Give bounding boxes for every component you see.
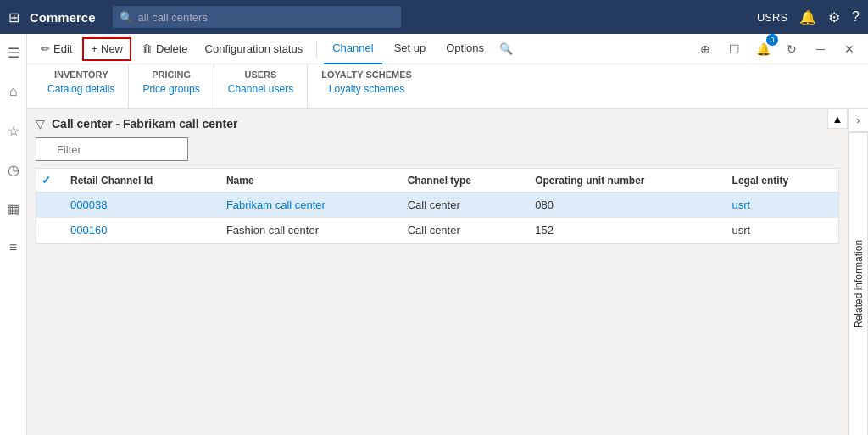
filter-wrapper: 🔍	[36, 137, 188, 161]
main-layout: ☰ ⌂ ☆ ◷ ▦ ≡ ✏ Edit + New 🗑 Delete Config…	[0, 34, 868, 435]
page-content: ▲ ▽ Call center - Fabrikam call center 🔍	[27, 109, 868, 435]
table-row[interactable]: 000038 Fabrikam call center Call center …	[36, 192, 838, 218]
app-title: Commerce	[30, 10, 96, 25]
section-title: Call center - Fabrikam call center	[52, 117, 237, 131]
sub-group-pricing: Pricing Price groups	[129, 64, 214, 108]
global-search-bar[interactable]: 🔍	[113, 6, 401, 28]
row2-check	[36, 218, 60, 243]
sidebar-star-icon[interactable]: ☆	[2, 119, 25, 142]
search-icon: 🔍	[120, 11, 133, 24]
tab-options[interactable]: Options	[437, 34, 492, 64]
minimize-icon[interactable]: ─	[809, 37, 832, 61]
right-panel: › Related information	[848, 109, 868, 435]
sub-group-inventory-items: Catalog details	[47, 83, 114, 95]
table-section: ▽ Call center - Fabrikam call center 🔍	[27, 109, 848, 435]
check-column-header: ✓	[36, 169, 60, 192]
sub-group-users: Users Channel users	[214, 64, 308, 108]
row2-channel-type: Call center	[398, 218, 526, 243]
new-plus-icon: +	[91, 42, 97, 55]
row2-operating-unit: 152	[525, 218, 721, 243]
sub-group-pricing-items: Price groups	[142, 83, 199, 95]
grid-icon[interactable]: ⊞	[8, 9, 19, 25]
tab-setup[interactable]: Set up	[386, 34, 435, 64]
toolbar-search-icon[interactable]: 🔍	[499, 42, 513, 55]
sidebar-clock-icon[interactable]: ◷	[2, 158, 25, 181]
toolbar-separator	[316, 41, 317, 58]
chevron-right-icon: ›	[856, 114, 860, 126]
sub-group-users-items: Channel users	[228, 83, 293, 95]
row2-id[interactable]: 000160	[60, 218, 216, 243]
price-groups-link[interactable]: Price groups	[142, 83, 199, 95]
panel-collapse-button[interactable]: ›	[849, 109, 868, 132]
row2-legal-entity: usrt	[722, 218, 838, 243]
filter-bar: 🔍	[36, 137, 839, 161]
sub-group-pricing-label: Pricing	[152, 70, 191, 80]
col-channel-type: Channel type	[398, 169, 526, 192]
notification-badge-icon[interactable]: 🔔 0	[751, 37, 775, 61]
new-button[interactable]: + New	[82, 37, 131, 61]
row1-legal-entity[interactable]: usrt	[722, 192, 838, 218]
col-retail-channel-id: Retail Channel Id	[60, 169, 216, 192]
sub-group-loyalty: Loyalty schemes Loyalty schemes	[308, 64, 426, 108]
gear-icon[interactable]: ⚙	[828, 9, 840, 25]
edit-button[interactable]: ✏ Edit	[34, 37, 79, 61]
catalog-details-link[interactable]: Catalog details	[47, 83, 114, 95]
row1-name: Fabrikam call center	[216, 192, 398, 218]
row1-operating-unit: 080	[525, 192, 721, 218]
row2-name: Fashion call center	[216, 218, 398, 243]
tab-channel[interactable]: Channel	[324, 34, 381, 64]
toolbar-right: ⊕ ☐ 🔔 0 ↻ ─ ✕	[693, 37, 861, 61]
content-with-panel: ▽ Call center - Fabrikam call center 🔍	[27, 109, 868, 435]
main-toolbar: ✏ Edit + New 🗑 Delete Configuration stat…	[27, 34, 868, 64]
personalize-icon[interactable]: ⊕	[693, 37, 717, 61]
col-legal-entity: Legal entity	[722, 169, 838, 192]
table-container: ✓ Retail Channel Id Name C	[36, 168, 839, 244]
table-header: ✓ Retail Channel Id Name C	[36, 169, 838, 192]
row1-id[interactable]: 000038	[60, 192, 216, 218]
sidebar-chart-icon[interactable]: ▦	[2, 197, 25, 220]
table-row[interactable]: 000160 Fashion call center Call center 1…	[36, 218, 838, 243]
sidebar-list-icon[interactable]: ≡	[2, 236, 25, 259]
sidebar-menu-icon[interactable]: ☰	[2, 41, 25, 64]
nav-right: USRS 🔔 ⚙ ?	[757, 9, 860, 25]
delete-button[interactable]: 🗑 Delete	[135, 37, 195, 61]
col-operating-unit: Operating unit number	[525, 169, 721, 192]
table-body: 000038 Fabrikam call center Call center …	[36, 192, 838, 243]
sidebar-home-icon[interactable]: ⌂	[2, 80, 25, 103]
collapse-panel-button[interactable]: ▲	[827, 109, 848, 129]
bell-icon[interactable]: 🔔	[799, 9, 816, 25]
sub-toolbar: Inventory Catalog details Pricing Price …	[27, 64, 868, 109]
delete-icon: 🗑	[142, 42, 153, 55]
sub-group-loyalty-items: Loyalty schemes	[329, 83, 404, 95]
chevron-up-icon: ▲	[832, 113, 843, 125]
question-icon[interactable]: ?	[852, 9, 860, 25]
loyalty-schemes-link[interactable]: Loyalty schemes	[329, 83, 404, 95]
content-area: ✏ Edit + New 🗑 Delete Configuration stat…	[27, 34, 868, 435]
top-nav: ⊞ Commerce 🔍 USRS 🔔 ⚙ ?	[0, 0, 868, 34]
edit-icon: ✏	[41, 42, 50, 55]
header-row: ✓ Retail Channel Id Name C	[36, 169, 838, 192]
left-sidebar: ☰ ⌂ ☆ ◷ ▦ ≡	[0, 34, 27, 435]
check-icon: ✓	[42, 174, 51, 187]
filter-funnel-icon[interactable]: ▽	[36, 117, 45, 131]
configuration-status-button[interactable]: Configuration status	[198, 37, 310, 61]
data-table: ✓ Retail Channel Id Name C	[36, 169, 838, 243]
close-icon[interactable]: ✕	[837, 37, 861, 61]
open-in-new-icon[interactable]: ☐	[722, 37, 746, 61]
related-information-panel[interactable]: Related information	[849, 132, 868, 435]
sub-group-inventory-label: Inventory	[54, 70, 108, 80]
channel-users-link[interactable]: Channel users	[228, 83, 293, 95]
row1-channel-type: Call center	[398, 192, 526, 218]
col-name: Name	[216, 169, 398, 192]
refresh-icon[interactable]: ↻	[780, 37, 804, 61]
section-header: ▽ Call center - Fabrikam call center	[36, 117, 839, 131]
sub-group-users-label: Users	[245, 70, 277, 80]
sub-group-inventory: Inventory Catalog details	[34, 64, 129, 108]
sub-group-loyalty-label: Loyalty schemes	[321, 70, 412, 80]
row1-check	[36, 192, 60, 218]
global-search-input[interactable]	[138, 11, 394, 24]
user-label: USRS	[757, 11, 787, 24]
filter-input[interactable]	[36, 137, 188, 161]
